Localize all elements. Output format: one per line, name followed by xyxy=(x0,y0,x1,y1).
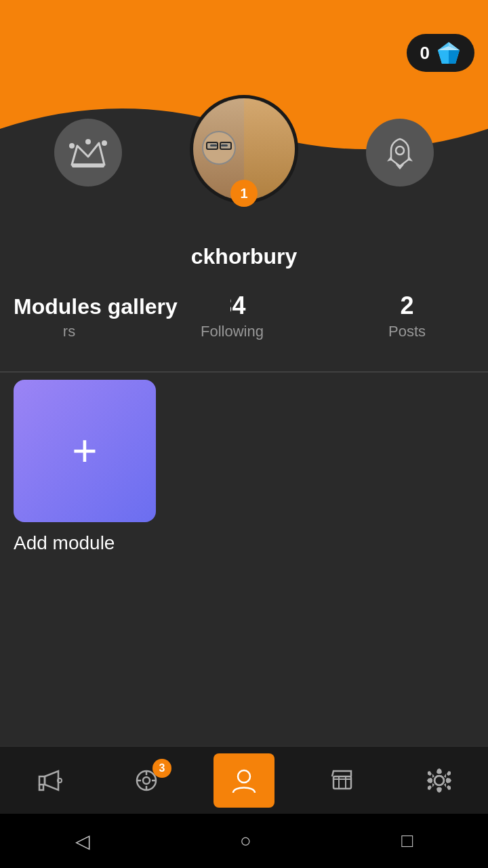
posts-count: 2 xyxy=(400,292,413,320)
nav-item-shop[interactable] xyxy=(311,753,372,808)
svg-point-7 xyxy=(69,143,75,149)
profile-icon xyxy=(229,766,259,795)
gear-icon xyxy=(424,766,454,795)
nav-item-settings[interactable] xyxy=(409,753,470,808)
recent-button[interactable]: □ xyxy=(401,830,413,852)
svg-marker-5 xyxy=(72,143,104,165)
rocket-button[interactable] xyxy=(366,119,434,186)
crown-icon xyxy=(69,138,107,167)
followers-label: rs xyxy=(63,323,75,340)
svg-point-11 xyxy=(58,778,62,783)
bottom-nav: 3 xyxy=(0,746,488,814)
module-grid: + xyxy=(14,380,461,522)
svg-rect-6 xyxy=(72,163,104,167)
crown-button[interactable] xyxy=(54,119,122,186)
stat-posts[interactable]: 2 Posts xyxy=(388,292,426,340)
nav-item-modules[interactable]: 3 xyxy=(116,753,177,808)
stats-divider xyxy=(0,372,488,372)
svg-point-18 xyxy=(238,770,250,783)
posts-label: Posts xyxy=(388,323,426,340)
back-button[interactable]: ◁ xyxy=(75,830,90,852)
svg-point-9 xyxy=(102,140,107,146)
following-label: Following xyxy=(201,323,264,340)
avatar-badge: 1 xyxy=(230,180,258,207)
coins-count: 0 xyxy=(420,43,430,64)
nav-item-profile[interactable] xyxy=(214,753,274,808)
modules-gallery-title: Modules gallery xyxy=(14,294,178,319)
cart-icon xyxy=(327,766,357,795)
nav-item-announcements[interactable] xyxy=(18,753,79,808)
avatar-container[interactable]: 1 xyxy=(190,95,298,203)
svg-point-24 xyxy=(434,776,444,785)
coins-badge[interactable]: 0 xyxy=(407,34,474,72)
add-module-label: Add module xyxy=(14,532,115,554)
modules-gallery-overlay: Modules gallery xyxy=(0,292,230,322)
plus-icon: + xyxy=(72,429,97,473)
svg-point-8 xyxy=(85,139,91,144)
diamond-icon xyxy=(436,41,461,65)
rocket-icon xyxy=(383,136,417,170)
add-module-card[interactable]: + xyxy=(14,380,156,522)
svg-point-13 xyxy=(143,777,150,784)
svg-rect-19 xyxy=(333,776,351,789)
svg-point-10 xyxy=(396,146,404,155)
profile-username: ckhorbury xyxy=(191,244,297,269)
system-nav: ◁ ○ □ xyxy=(0,814,488,868)
home-button[interactable]: ○ xyxy=(240,830,251,852)
megaphone-icon xyxy=(34,766,64,795)
modules-badge: 3 xyxy=(152,759,171,778)
